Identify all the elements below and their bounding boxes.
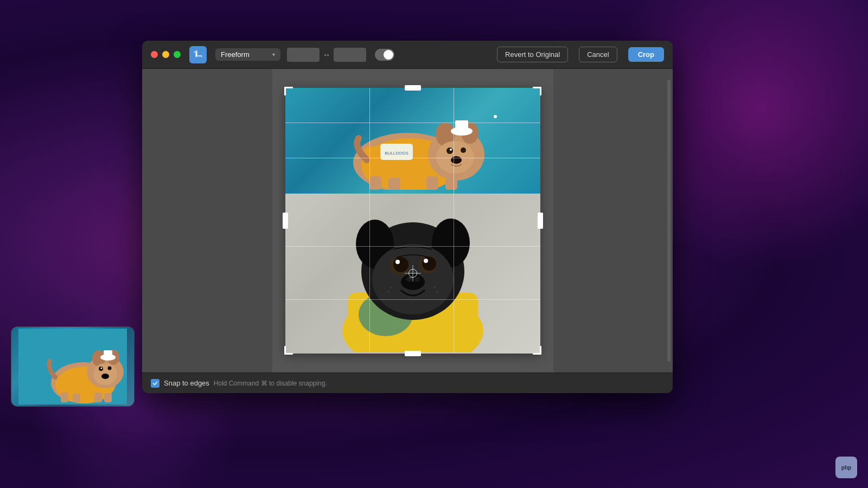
link-icon: ↔ — [323, 50, 330, 59]
toolbar: Freeform ▾ ↔ Revert to Original Cancel C… — [142, 41, 673, 69]
svg-rect-19 — [454, 129, 470, 132]
svg-point-12 — [451, 156, 462, 164]
svg-point-11 — [450, 149, 452, 151]
svg-rect-58 — [104, 393, 112, 402]
tl-corner-v[interactable] — [284, 87, 286, 95]
crop-button[interactable]: Crop — [628, 47, 664, 62]
top-edge-handle[interactable] — [405, 85, 421, 91]
bl-corner-v[interactable] — [284, 346, 286, 355]
svg-rect-57 — [94, 393, 102, 402]
height-input[interactable] — [334, 48, 366, 62]
svg-rect-13 — [369, 176, 381, 190]
bottom-edge-handle[interactable] — [405, 351, 421, 356]
svg-point-9 — [446, 147, 453, 154]
crop-mode-icon[interactable] — [189, 46, 207, 63]
aspect-ratio-label: Freeform — [221, 50, 250, 59]
aspect-lock-toggle[interactable] — [375, 49, 394, 61]
snap-label: Snap to edges — [164, 379, 209, 387]
right-sidebar — [553, 69, 673, 373]
br-corner-v[interactable] — [540, 346, 541, 355]
svg-point-32 — [395, 260, 400, 264]
svg-rect-16 — [445, 177, 457, 190]
tr-corner-v[interactable] — [540, 87, 541, 95]
php-badge: php — [835, 457, 857, 478]
canvas-area[interactable]: BULLDOGS — [272, 69, 553, 373]
svg-point-30 — [393, 257, 409, 272]
thumbnail-card[interactable] — [11, 326, 135, 407]
minimize-button[interactable] — [162, 51, 169, 58]
svg-rect-56 — [73, 394, 80, 402]
checkmark-icon — [152, 381, 158, 386]
svg-point-52 — [101, 374, 109, 379]
width-input[interactable] — [287, 48, 320, 62]
left-edge-handle[interactable] — [283, 213, 288, 229]
svg-rect-14 — [388, 178, 400, 190]
svg-point-41 — [436, 291, 438, 293]
snap-to-edges-control: Snap to edges Hold Command ⌘ to disable … — [151, 379, 327, 388]
close-button[interactable] — [151, 51, 158, 58]
content-area: BULLDOGS — [142, 69, 673, 373]
aspect-ratio-selector[interactable]: Freeform ▾ — [215, 48, 280, 61]
svg-point-39 — [387, 291, 390, 293]
thumbnail-dog-image — [18, 329, 127, 404]
size-input-group: ↔ — [287, 48, 366, 62]
snap-checkbox[interactable] — [151, 379, 159, 388]
svg-rect-55 — [61, 393, 68, 402]
revert-to-original-button[interactable]: Revert to Original — [497, 47, 568, 62]
snap-hint: Hold Command ⌘ to disable snapping. — [214, 380, 327, 387]
svg-point-33 — [424, 259, 428, 263]
svg-point-50 — [108, 367, 112, 370]
french-bulldog-image: BULLDOGS — [310, 92, 516, 190]
crosshair-circle — [409, 269, 417, 278]
svg-text:BULLDOGS: BULLDOGS — [385, 151, 409, 156]
status-bar: Snap to edges Hold Command ⌘ to disable … — [142, 373, 673, 393]
traffic-lights — [151, 51, 181, 58]
svg-point-40 — [433, 286, 436, 288]
left-sidebar — [142, 69, 272, 373]
cancel-button[interactable]: Cancel — [579, 47, 617, 62]
crop-icon — [193, 50, 203, 60]
desktop-background: Freeform ▾ ↔ Revert to Original Cancel C… — [0, 0, 868, 488]
toggle-thumb — [384, 50, 393, 60]
svg-point-38 — [390, 286, 392, 288]
svg-rect-54 — [104, 350, 112, 358]
maximize-button[interactable] — [174, 51, 181, 58]
chevron-down-icon: ▾ — [272, 52, 275, 57]
svg-rect-15 — [426, 176, 438, 190]
right-edge-handle[interactable] — [538, 213, 543, 229]
photo-top: BULLDOGS — [285, 88, 540, 194]
svg-point-31 — [422, 256, 436, 271]
svg-point-51 — [101, 368, 103, 369]
svg-point-10 — [461, 147, 466, 153]
photo-canvas[interactable]: BULLDOGS — [285, 88, 540, 354]
php-badge-label: php — [841, 465, 851, 471]
scrollbar-track[interactable] — [667, 80, 671, 362]
svg-point-36 — [414, 277, 420, 282]
photo-editor-window: Freeform ▾ ↔ Revert to Original Cancel C… — [142, 41, 673, 393]
thumbnail-image — [11, 327, 134, 406]
